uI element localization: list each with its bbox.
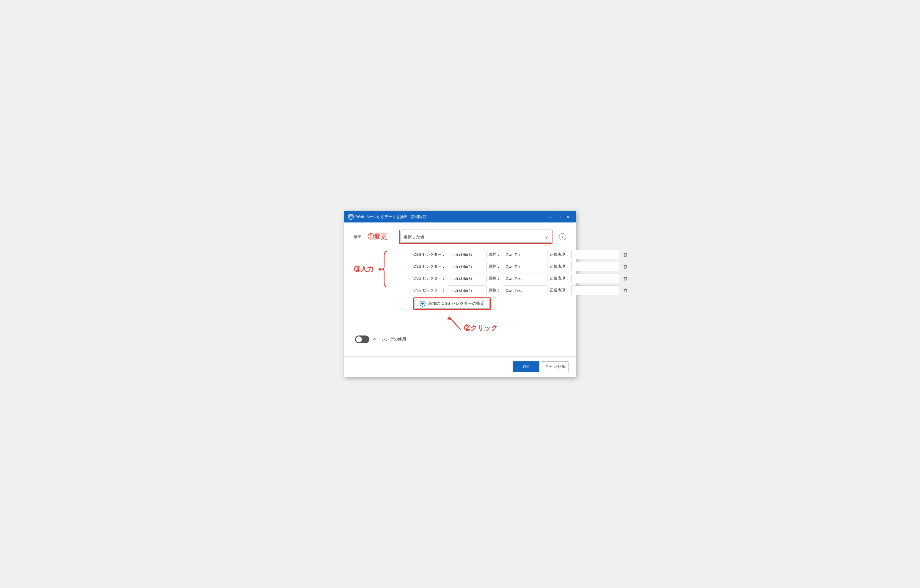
css-rows: CSS セレクター： 属性： 正規表現：: [413, 250, 629, 295]
css-selector-input-2[interactable]: [448, 262, 486, 271]
plus-circle-icon: +: [420, 301, 426, 307]
paging-toggle[interactable]: [355, 335, 369, 343]
css-selector-label-1: CSS セレクター：: [413, 252, 445, 257]
main-window: Web ページからデータを抽出 - 詳細設定 — □ ✕ 抽出 ①変更 選択した…: [344, 211, 576, 377]
css-row-4: CSS セレクター： 属性： 正規表現：: [413, 285, 629, 295]
maximize-button[interactable]: □: [555, 213, 563, 221]
attr-label-4: 属性：: [489, 288, 500, 293]
annotation-3-container: ③入力: [354, 250, 413, 288]
dropdown-container: 選択した値テキストHTML ∨: [400, 231, 551, 243]
css-row-1: CSS セレクター： 属性： 正規表現：: [413, 250, 629, 259]
delete-row-2-button[interactable]: [622, 263, 629, 270]
extract-label: 抽出: [354, 234, 363, 240]
attr-input-2[interactable]: [503, 262, 547, 271]
add-css-selector-button[interactable]: + 追加の CSS セレクターの指定: [415, 299, 490, 309]
attr-label-2: 属性：: [489, 264, 500, 269]
regex-input-4[interactable]: [572, 285, 619, 295]
annotation-3: ③入力: [354, 265, 374, 274]
add-selector-section: + 追加の CSS セレクターの指定: [413, 297, 566, 310]
svg-rect-7: [624, 254, 627, 256]
css-row-2: CSS セレクター： 属性： 正規表現：: [413, 262, 629, 271]
svg-line-27: [449, 317, 461, 330]
svg-rect-12: [624, 266, 627, 268]
title-bar: Web ページからデータを抽出 - 詳細設定 — □ ✕: [344, 211, 576, 222]
css-rows-section: ③入力 CSS セレクター： 属性：: [354, 250, 566, 295]
add-selector-btn-wrapper: + 追加の CSS セレクターの指定: [413, 297, 491, 310]
extract-dropdown-wrapper: 選択した値テキストHTML ∨: [399, 230, 552, 244]
info-icon[interactable]: i: [559, 233, 566, 240]
css-row-3: CSS セレクター： 属性： 正規表現：: [413, 274, 629, 283]
attr-label-1: 属性：: [489, 252, 500, 257]
ok-button[interactable]: OK: [513, 361, 539, 372]
css-selector-label-3: CSS セレクター：: [413, 276, 445, 281]
regex-label-2: 正規表現：: [550, 264, 569, 269]
regex-label-1: 正規表現：: [550, 252, 569, 257]
delete-row-3-button[interactable]: [622, 275, 629, 282]
annotation-2-area: ②クリック: [443, 312, 566, 333]
css-selector-input-3[interactable]: [448, 274, 486, 283]
add-selector-label: 追加の CSS セレクターの指定: [428, 301, 485, 306]
attr-input-4[interactable]: [503, 285, 547, 295]
window-body: 抽出 ①変更 選択した値テキストHTML ∨ i ③入力: [344, 222, 576, 356]
regex-input-2[interactable]: [572, 262, 619, 271]
annotation-1: ①変更: [368, 232, 394, 241]
svg-rect-22: [624, 289, 627, 292]
css-selector-label-4: CSS セレクター：: [413, 288, 445, 293]
annotation-3-arrow: [375, 250, 390, 288]
paging-label: ページングの使用: [373, 337, 406, 342]
trash-icon-4: [623, 288, 628, 293]
minimize-button[interactable]: —: [546, 213, 554, 221]
css-selector-label-2: CSS セレクター：: [413, 264, 445, 269]
attr-input-3[interactable]: [503, 274, 547, 283]
app-icon: [348, 214, 354, 220]
window-title: Web ページからデータを抽出 - 詳細設定: [356, 214, 546, 219]
regex-label-3: 正規表現：: [550, 276, 569, 281]
regex-input-1[interactable]: [572, 250, 619, 259]
extract-dropdown[interactable]: 選択した値テキストHTML: [400, 231, 551, 243]
attr-input-1[interactable]: [503, 250, 547, 259]
window-controls: — □ ✕: [546, 213, 572, 221]
extract-row: 抽出 ①変更 選択した値テキストHTML ∨ i: [354, 230, 566, 244]
trash-icon-2: [623, 264, 628, 269]
annotation-2: ②クリック: [464, 324, 498, 332]
close-button[interactable]: ✕: [564, 213, 572, 221]
delete-row-4-button[interactable]: [622, 287, 629, 293]
svg-marker-6: [378, 268, 381, 271]
attr-label-3: 属性：: [489, 276, 500, 281]
regex-label-4: 正規表現：: [550, 288, 569, 293]
css-selector-input-1[interactable]: [448, 250, 486, 259]
delete-row-1-button[interactable]: [622, 251, 629, 258]
trash-icon: [623, 252, 628, 257]
regex-input-3[interactable]: [572, 274, 619, 283]
svg-rect-17: [624, 277, 627, 280]
window-footer: OK キャンセル: [344, 356, 576, 377]
trash-icon-3: [623, 276, 628, 281]
paging-row: ページングの使用: [355, 335, 566, 343]
css-selector-input-4[interactable]: [448, 285, 486, 295]
cancel-button[interactable]: キャンセル: [542, 361, 569, 372]
